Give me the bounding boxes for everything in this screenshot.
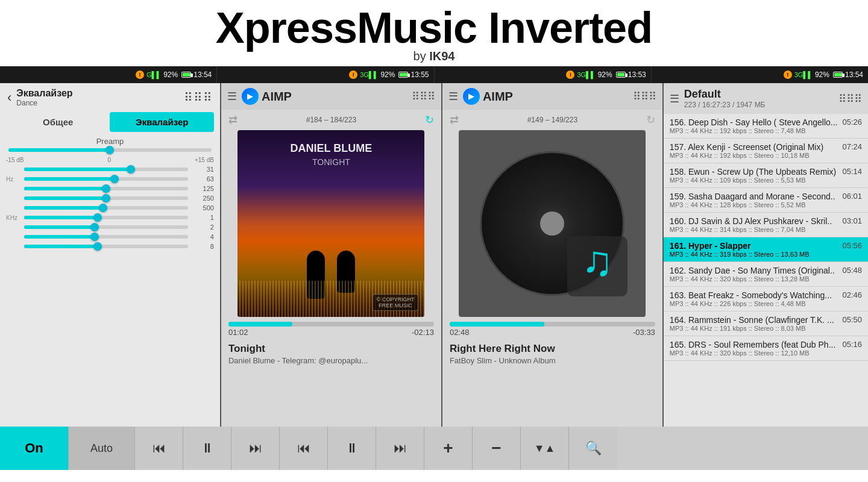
playlist-item-165[interactable]: 165. DRS - Soul Remembers (feat Dub Ph..… bbox=[664, 336, 868, 361]
band-31-thumb[interactable] bbox=[127, 165, 135, 174]
playlist-add-button[interactable]: + bbox=[424, 427, 473, 470]
band-31-track[interactable] bbox=[24, 167, 188, 171]
eq-bands: 31 Hz 63 bbox=[6, 166, 214, 250]
band-1k-track[interactable] bbox=[24, 216, 188, 219]
band-500-thumb[interactable] bbox=[99, 204, 107, 212]
playlist-item-156-title: 156. Deep Dish - Say Hello ( Steve Angel… bbox=[670, 117, 838, 127]
player2-menu-icon[interactable]: ☰ bbox=[448, 90, 458, 103]
playlist-item-158[interactable]: 158. Ewun - Screw Up (The Upbeats Remix)… bbox=[664, 163, 868, 188]
playlist-item-163[interactable]: 163. Beat Freakz - Somebody's Watching..… bbox=[664, 287, 868, 311]
band-2k-track[interactable] bbox=[24, 225, 188, 229]
player2-prev-button[interactable]: ⏮ bbox=[280, 427, 328, 470]
player2-dots-icon[interactable]: ⠿⠿⠿ bbox=[633, 90, 656, 103]
band-1k-thumb[interactable] bbox=[93, 213, 102, 222]
progress-bar-2-bg[interactable] bbox=[450, 322, 655, 327]
tab-general[interactable]: Общее bbox=[6, 112, 110, 132]
eq-dots-icon[interactable]: ⠿⠿⠿ bbox=[184, 90, 213, 105]
on-label: On bbox=[25, 440, 43, 456]
band-250-track[interactable] bbox=[24, 196, 188, 200]
playlist-items: 156. Deep Dish - Say Hello ( Steve Angel… bbox=[664, 114, 868, 427]
progress-bar-1-bg[interactable] bbox=[228, 322, 434, 327]
band-63-track[interactable] bbox=[24, 177, 188, 181]
tab-equalizer[interactable]: Эквалайзер bbox=[110, 112, 213, 132]
player1-progress[interactable]: 01:02 -02:13 bbox=[221, 322, 441, 342]
band-2k-thumb[interactable] bbox=[90, 223, 99, 231]
playlist-title-block: Default 223 / 16:27:23 / 1947 МБ bbox=[684, 88, 834, 109]
prev-icon-1: ⏮ bbox=[153, 440, 166, 456]
eq-subtitle: Dance bbox=[16, 99, 72, 107]
player2-progress[interactable]: 02:48 -03:33 bbox=[442, 322, 662, 342]
band-4k-thumb[interactable] bbox=[90, 233, 99, 241]
playlist-item-156[interactable]: 156. Deep Dish - Say Hello ( Steve Angel… bbox=[664, 114, 868, 139]
player1-menu-icon[interactable]: ☰ bbox=[227, 90, 237, 103]
network-4: 3G▌▌ bbox=[794, 71, 813, 78]
battery-pct-1: 92% bbox=[163, 70, 178, 79]
preamp-thumb[interactable] bbox=[105, 146, 114, 154]
byline-text: by bbox=[414, 49, 430, 63]
app-byline: by IK94 bbox=[0, 49, 868, 63]
time-remaining-2: -03:33 bbox=[633, 328, 655, 337]
panels-row: ‹ Эквалайзер Dance ⠿⠿⠿ Общее Эквалайзер … bbox=[0, 83, 868, 427]
player2-next-button[interactable]: ⏭ bbox=[376, 427, 424, 470]
pause-icon-2: ⏸ bbox=[345, 440, 359, 456]
band-63-thumb[interactable] bbox=[110, 175, 119, 183]
player2-panel: ☰ AIMP ⠿⠿⠿ ⇄ #149 – 149/223 ↻ ♫ bbox=[442, 83, 664, 427]
db-labels: -15 dB 0 +15 dB bbox=[6, 157, 214, 163]
playlist-dots-icon[interactable]: ⠿⠿⠿ bbox=[838, 92, 862, 105]
battery-icon-1 bbox=[181, 72, 191, 78]
status-bar-2: ! 3G▌▌ 92% 13:55 bbox=[217, 66, 434, 83]
time-elapsed-2: 02:48 bbox=[450, 328, 470, 337]
playlist-item-164[interactable]: 164. Rammstein - Sonne (Clawfinger T.K. … bbox=[664, 311, 868, 336]
aimp-label-2: AIMP bbox=[483, 90, 513, 104]
preamp-slider-row[interactable] bbox=[6, 148, 214, 152]
playlist-sort-button[interactable]: ▼▲ bbox=[521, 427, 569, 470]
search-button[interactable]: 🔍 bbox=[569, 427, 617, 470]
album-art-1: DANIEL BLUME TONIGHT © COPYRIGHTFREE MUS… bbox=[237, 130, 424, 317]
eq-band-31: 31 bbox=[6, 166, 214, 173]
shuffle-icon-2[interactable]: ⇄ bbox=[450, 113, 459, 127]
back-button[interactable]: ‹ bbox=[7, 90, 16, 105]
playlist-menu-icon[interactable]: ☰ bbox=[670, 92, 679, 105]
preamp-fill bbox=[8, 148, 110, 152]
playlist-item-159[interactable]: 159. Sasha Daagard and Morane - Second..… bbox=[664, 188, 868, 213]
copyright-badge: © COPYRIGHTFREE MUSIC bbox=[373, 294, 419, 311]
repeat-icon-2[interactable]: ↻ bbox=[646, 113, 655, 127]
status-bars-row: ! G▌▌ 92% 13:54 ! 3G▌▌ 92% 13:55 ! 3G▌▌ … bbox=[0, 66, 868, 83]
db-zero: 0 bbox=[107, 157, 111, 163]
network-2: 3G▌▌ bbox=[360, 71, 378, 78]
playlist-remove-button[interactable]: − bbox=[473, 427, 521, 470]
track-counter-2: #149 – 149/223 bbox=[527, 116, 577, 124]
player1-prev-button[interactable]: ⏮ bbox=[135, 427, 183, 470]
aimp-icon-2 bbox=[463, 88, 480, 105]
player1-pause-button[interactable]: ⏸ bbox=[183, 427, 231, 470]
time-elapsed-1: 01:02 bbox=[228, 328, 248, 337]
band-8k-track[interactable] bbox=[24, 245, 188, 248]
playlist-header: ☰ Default 223 / 16:27:23 / 1947 МБ ⠿⠿⠿ bbox=[664, 83, 868, 114]
battery-icon-3 bbox=[616, 72, 626, 78]
playlist-item-160[interactable]: 160. DJ Savin & DJ Alex Pushkarev - Skri… bbox=[664, 213, 868, 237]
preamp-track[interactable] bbox=[8, 148, 212, 152]
eq-band-250: 250 bbox=[6, 195, 214, 202]
band-8k-thumb[interactable] bbox=[93, 242, 102, 251]
eq-band-63: Hz 63 bbox=[6, 175, 214, 183]
player1-header: ☰ AIMP ⠿⠿⠿ bbox=[221, 83, 441, 110]
playlist-item-162[interactable]: 162. Sandy Dae - So Many Times (Original… bbox=[664, 262, 868, 287]
shuffle-icon-1[interactable]: ⇄ bbox=[228, 113, 237, 127]
playlist-item-157[interactable]: 157. Alex Kenji - Screenset (Original Mi… bbox=[664, 139, 868, 163]
band-125-thumb[interactable] bbox=[102, 184, 110, 193]
band-250-thumb[interactable] bbox=[102, 194, 110, 202]
auto-button[interactable]: Auto bbox=[69, 427, 135, 470]
time-3: 13:53 bbox=[628, 70, 646, 79]
search-icon: 🔍 bbox=[585, 440, 602, 456]
player1-dots-icon[interactable]: ⠿⠿⠿ bbox=[412, 90, 435, 103]
player2-pause-button[interactable]: ⏸ bbox=[328, 427, 376, 470]
app-title: XpressMusic Inverted bbox=[0, 6, 868, 49]
on-button[interactable]: On bbox=[0, 427, 69, 470]
player1-next-button[interactable]: ⏭ bbox=[231, 427, 280, 470]
repeat-icon-1[interactable]: ↻ bbox=[425, 113, 434, 127]
playlist-item-161[interactable]: 161. Hyper - Slapper MP3 :: 44 KHz :: 31… bbox=[664, 237, 868, 262]
khz-group-1: KHz bbox=[6, 214, 19, 221]
band-500-track[interactable] bbox=[24, 206, 188, 210]
band-4k-track[interactable] bbox=[24, 235, 188, 239]
band-125-track[interactable] bbox=[24, 187, 188, 190]
